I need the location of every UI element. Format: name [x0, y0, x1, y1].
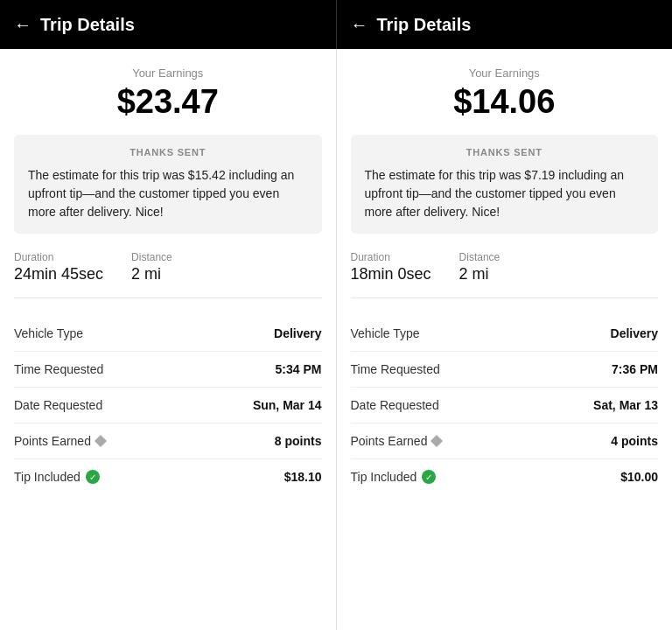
title-left: Trip Details [40, 15, 135, 35]
detail-value: 7:36 PM [612, 362, 658, 376]
detail-value: Sun, Mar 14 [253, 398, 322, 412]
check-circle-icon: ✓ [422, 470, 436, 484]
thanks-sent-right: THANKS SENT [365, 147, 645, 158]
detail-value: 8 points [275, 434, 322, 448]
panel-left: Your Earnings $23.47 THANKS SENT The est… [0, 49, 337, 630]
detail-key: Vehicle Type [14, 326, 83, 340]
detail-value: 5:34 PM [276, 362, 322, 376]
duration-label-left: Duration [14, 251, 103, 263]
detail-row: Points Earned 8 points [14, 424, 322, 459]
earnings-amount-right: $14.06 [351, 83, 659, 121]
detail-value: $18.10 [284, 470, 322, 484]
duration-stat-right: Duration 18min 0sec [351, 251, 431, 284]
detail-value: Delivery [274, 326, 321, 340]
detail-key: Date Requested [351, 398, 439, 412]
back-button-right[interactable]: ← [351, 15, 368, 35]
duration-stat-left: Duration 24min 45sec [14, 251, 103, 284]
detail-rows-right: Vehicle TypeDeliveryTime Requested7:36 P… [351, 316, 659, 494]
detail-row: Date RequestedSun, Mar 14 [14, 388, 322, 424]
detail-key: Time Requested [14, 362, 103, 376]
detail-row: Points Earned 4 points [351, 424, 659, 459]
earnings-label-left: Your Earnings [14, 66, 322, 80]
stats-row-left: Duration 24min 45sec Distance 2 mi [14, 251, 322, 298]
detail-value: 4 points [611, 434, 658, 448]
detail-row: Time Requested5:34 PM [14, 352, 322, 388]
detail-row: Vehicle TypeDelivery [14, 316, 322, 352]
detail-key: Time Requested [351, 362, 440, 376]
duration-value-left: 24min 45sec [14, 265, 103, 284]
thanks-text-left: The estimate for this trip was $15.42 in… [28, 166, 308, 221]
distance-stat-left: Distance 2 mi [131, 251, 172, 284]
detail-key: Vehicle Type [351, 326, 420, 340]
panel-right: Your Earnings $14.06 THANKS SENT The est… [337, 49, 673, 630]
earnings-amount-left: $23.47 [14, 83, 322, 121]
stats-row-right: Duration 18min 0sec Distance 2 mi [351, 251, 659, 298]
thanks-sent-left: THANKS SENT [28, 147, 308, 158]
title-right: Trip Details [377, 15, 472, 35]
detail-row: Time Requested7:36 PM [351, 352, 659, 388]
distance-label-right: Distance [459, 251, 500, 263]
distance-stat-right: Distance 2 mi [459, 251, 500, 284]
detail-row: Date RequestedSat, Mar 13 [351, 388, 659, 424]
distance-value-left: 2 mi [131, 265, 172, 284]
detail-value: $10.00 [620, 470, 658, 484]
detail-row: Vehicle TypeDelivery [351, 316, 659, 352]
distance-value-right: 2 mi [459, 265, 500, 284]
top-bar: ← Trip Details ← Trip Details [0, 0, 672, 49]
detail-key: Points Earned [351, 434, 442, 448]
thanks-text-right: The estimate for this trip was $7.19 inc… [365, 166, 645, 221]
detail-value: Sat, Mar 13 [593, 398, 658, 412]
diamond-icon [430, 435, 443, 447]
check-circle-icon: ✓ [86, 470, 100, 484]
duration-label-right: Duration [351, 251, 431, 263]
detail-key: Date Requested [14, 398, 102, 412]
back-button-left[interactable]: ← [14, 15, 32, 35]
detail-row: Tip Included ✓$18.10 [14, 459, 322, 494]
detail-rows-left: Vehicle TypeDeliveryTime Requested5:34 P… [14, 316, 322, 494]
top-bar-right: ← Trip Details [336, 0, 673, 49]
thanks-box-left: THANKS SENT The estimate for this trip w… [14, 135, 322, 234]
top-bar-left: ← Trip Details [0, 0, 336, 49]
detail-row: Tip Included ✓$10.00 [351, 459, 659, 494]
distance-label-left: Distance [131, 251, 172, 263]
panels: Your Earnings $23.47 THANKS SENT The est… [0, 49, 672, 630]
detail-key: Tip Included ✓ [351, 470, 437, 484]
diamond-icon [94, 435, 107, 447]
duration-value-right: 18min 0sec [351, 265, 431, 284]
detail-value: Delivery [611, 326, 658, 340]
detail-key: Points Earned [14, 434, 105, 448]
detail-key: Tip Included ✓ [14, 470, 100, 484]
earnings-label-right: Your Earnings [351, 66, 659, 80]
thanks-box-right: THANKS SENT The estimate for this trip w… [351, 135, 659, 234]
